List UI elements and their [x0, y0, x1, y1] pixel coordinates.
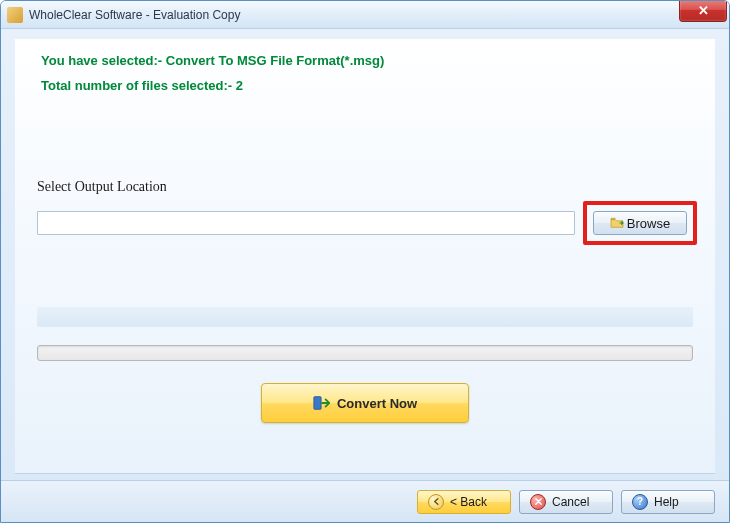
help-button[interactable]: ? Help — [621, 490, 715, 514]
output-path-input[interactable] — [37, 211, 575, 235]
cancel-label: Cancel — [552, 495, 589, 509]
app-icon — [7, 7, 23, 23]
convert-icon — [313, 394, 331, 412]
cancel-icon — [530, 494, 546, 510]
help-label: Help — [654, 495, 679, 509]
browse-button[interactable]: Browse — [593, 211, 687, 235]
status-strip — [37, 307, 693, 327]
content-panel: You have selected:- Convert To MSG File … — [15, 39, 715, 474]
footer: < Back Cancel ? Help — [1, 480, 729, 522]
svg-rect-0 — [314, 397, 321, 410]
back-button[interactable]: < Back — [417, 490, 511, 514]
convert-now-button[interactable]: Convert Now — [261, 383, 469, 423]
close-icon: ✕ — [698, 3, 709, 18]
file-count-text: Total number of files selected:- 2 — [41, 78, 715, 93]
folder-icon — [610, 217, 624, 229]
progress-bar — [37, 345, 693, 361]
browse-highlight: Browse — [583, 201, 697, 245]
cancel-button[interactable]: Cancel — [519, 490, 613, 514]
app-window: WholeClear Software - Evaluation Copy ✕ … — [0, 0, 730, 523]
selected-format-text: You have selected:- Convert To MSG File … — [41, 39, 715, 68]
titlebar: WholeClear Software - Evaluation Copy ✕ — [1, 1, 729, 29]
browse-label: Browse — [627, 216, 670, 231]
close-button[interactable]: ✕ — [679, 0, 727, 22]
output-row: Browse — [15, 201, 715, 245]
convert-row: Convert Now — [15, 383, 715, 423]
back-label: < Back — [450, 495, 487, 509]
output-location-label: Select Output Location — [37, 179, 715, 195]
help-icon: ? — [632, 494, 648, 510]
back-icon — [428, 494, 444, 510]
window-title: WholeClear Software - Evaluation Copy — [29, 8, 240, 22]
convert-label: Convert Now — [337, 396, 417, 411]
